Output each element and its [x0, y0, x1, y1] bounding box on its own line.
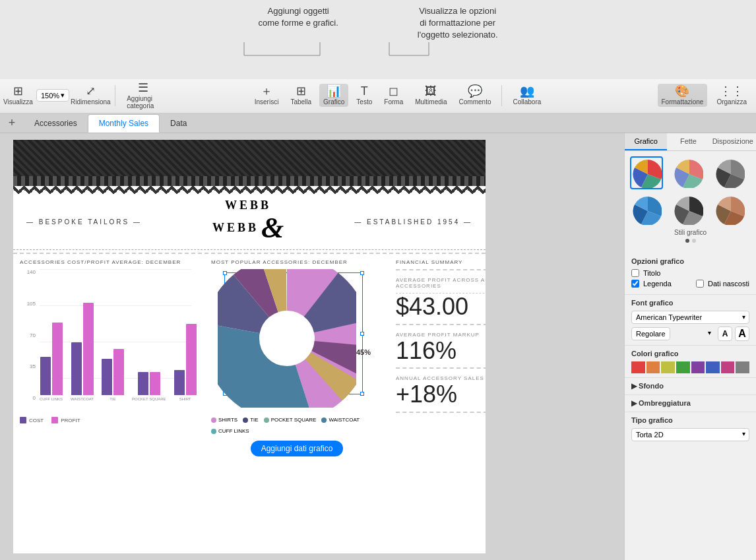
bar-cost: [102, 359, 112, 395]
tipo-section: Tipo grafico Torta 2D ▾: [625, 412, 756, 445]
stats-title: FINANCIAL SUMMARY: [396, 259, 486, 265]
handle-mr[interactable]: [360, 332, 364, 336]
markup-value: 116%: [396, 338, 486, 364]
tab-accessories[interactable]: Accessories: [24, 114, 88, 133]
tab-disposizione[interactable]: Disposizione: [710, 133, 756, 150]
swatch-7[interactable]: [736, 361, 749, 373]
grafico-button[interactable]: 📊 Grafico: [319, 84, 348, 107]
bar-chart-section: ACCESSORIES COST/PROFIT AVERAGE: DECEMBE…: [20, 259, 205, 463]
bespoke-text: — BESPOKE TAILORS —: [26, 218, 142, 226]
opzioni-section: Opzioni grafico Titolo Legenda Dati nasc…: [625, 253, 756, 295]
bar-cost: [71, 342, 82, 395]
formattazione-button[interactable]: 🎨 Formattazione: [658, 84, 708, 107]
swatch-5[interactable]: [706, 361, 720, 373]
legend-dot-profit: [51, 417, 58, 423]
zoom-value: 150%: [41, 92, 59, 100]
style-item-5[interactable]: [672, 193, 705, 226]
pie-svg[interactable]: [218, 269, 356, 408]
aggiungi-categoria-button[interactable]: ☰ Aggiungi categoria: [123, 80, 164, 111]
tabella-button[interactable]: ⊞ Tabella: [286, 84, 315, 107]
dot-1[interactable]: [685, 239, 689, 243]
style-item-4[interactable]: [630, 193, 663, 226]
dati-checkbox[interactable]: [696, 280, 704, 288]
swatch-2[interactable]: [661, 361, 675, 373]
swatch-3[interactable]: [676, 361, 690, 373]
pct-45: 45%: [356, 348, 371, 356]
testo-button[interactable]: T Testo: [352, 84, 376, 107]
toolbar: ⊞ Visualizza 150% ▾ ⤢ Ridimensiona ☰ Agg…: [0, 78, 756, 113]
textile-header: [13, 140, 486, 186]
inserisci-button[interactable]: ＋ Inserisci: [251, 84, 283, 107]
font-name-select[interactable]: American Typewriter: [631, 311, 749, 324]
styles-label: Stili grafico: [630, 229, 751, 236]
tab-fette[interactable]: Fette: [667, 133, 709, 150]
bar-cost: [138, 372, 148, 395]
pie-chart-container[interactable]: 5% 6% 11% 33% 45%: [218, 269, 376, 414]
bar-group-shirt: SHIRT: [174, 324, 197, 401]
bar-chart[interactable]: 140 105 70 35 0: [20, 269, 191, 414]
organizza-button[interactable]: ⋮⋮ Organizza: [712, 84, 751, 107]
add-data-button[interactable]: Aggiungi dati grafico: [251, 441, 344, 456]
legenda-label: Legenda: [643, 280, 672, 288]
font-increase-button[interactable]: A: [735, 327, 749, 341]
add-tab-button[interactable]: +: [3, 114, 21, 133]
ombreggiatura-section[interactable]: ▶ Ombreggiatura: [625, 395, 756, 412]
legenda-checkbox[interactable]: [631, 280, 639, 288]
handle-br[interactable]: [360, 392, 364, 396]
style-item-2[interactable]: [672, 156, 705, 189]
tab-data[interactable]: Data: [160, 114, 197, 133]
logo-area: — BESPOKE TAILORS — WEBB WEBB & — ESTABL…: [13, 194, 486, 250]
style-grid: [630, 156, 751, 226]
legend-tie: TIE: [243, 417, 258, 423]
bar-cost: [40, 357, 51, 395]
main-area: — BESPOKE TAILORS — WEBB WEBB & — ESTABL…: [0, 133, 756, 560]
sfondo-label: ▶ Sfondo: [631, 382, 664, 390]
forma-button[interactable]: ◻ Forma: [380, 84, 407, 107]
bar-profit: [186, 324, 197, 395]
tab-monthly-sales[interactable]: Monthly Sales: [88, 114, 160, 133]
font-style-select[interactable]: Regolare: [631, 327, 670, 340]
style-item-3[interactable]: [713, 156, 746, 189]
style-item-6[interactable]: [713, 193, 746, 226]
pie-legend: SHIRTS TIE POCKET SQUARE WAISTCOAT: [211, 417, 383, 434]
swatch-6[interactable]: [721, 361, 735, 373]
bar-group-tie: TIE: [102, 349, 124, 401]
font-style-row: Regolare ▾ A A: [631, 327, 749, 341]
swatch-1[interactable]: [646, 361, 660, 373]
handle-tr[interactable]: [360, 271, 364, 275]
dot-waistcoat: [321, 418, 327, 423]
dot-cufflinks: [211, 429, 216, 434]
tipo-select[interactable]: Torta 2D: [631, 428, 749, 441]
legend-cost: COST: [20, 417, 44, 423]
tab-grafico[interactable]: Grafico: [625, 133, 667, 150]
visualizza-button[interactable]: ⊞ Visualizza: [5, 84, 31, 107]
bar-profit: [83, 303, 94, 395]
legend-pocket: POCKET SQUARE: [264, 417, 317, 423]
swatch-0[interactable]: [631, 361, 645, 373]
toolbar-divider2: [501, 85, 502, 106]
legend-shirts: SHIRTS: [211, 417, 237, 423]
commento-button[interactable]: 💬 Commento: [455, 84, 495, 107]
legend-profit: PROFIT: [51, 417, 80, 423]
avg-value: $43.00: [396, 294, 486, 320]
ridimensiona-button[interactable]: ⤢ Ridimensiona: [75, 84, 106, 107]
right-panel: ‹ Grafico Fette Disposizione: [624, 133, 756, 560]
font-decrease-button[interactable]: A: [718, 327, 732, 341]
titolo-checkbox[interactable]: [631, 269, 639, 277]
style-item-1[interactable]: [630, 156, 663, 189]
dashed-divider: [13, 253, 486, 254]
dot-2[interactable]: [692, 239, 696, 243]
dot-tie: [243, 418, 248, 423]
tooltip-left: Aggiungi oggetti come forme e grafici.: [258, 5, 338, 42]
zoom-control[interactable]: 150% ▾: [36, 89, 69, 102]
sfondo-section[interactable]: ▶ Sfondo: [625, 378, 756, 395]
style-page-dots: [630, 239, 751, 243]
bar-group-pocket: POCKET SQUARE: [132, 372, 166, 401]
document-page: — BESPOKE TAILORS — WEBB WEBB & — ESTABL…: [13, 140, 486, 553]
toolbar-right: 🎨 Formattazione ⋮⋮ Organizza: [632, 84, 751, 107]
checkbox-pair: Titolo: [631, 269, 749, 280]
multimedia-button[interactable]: 🖼 Multimedia: [411, 84, 451, 107]
swatch-4[interactable]: [691, 361, 705, 373]
collabora-button[interactable]: 👥 Collabora: [509, 84, 545, 107]
canvas: — BESPOKE TAILORS — WEBB WEBB & — ESTABL…: [0, 133, 624, 560]
